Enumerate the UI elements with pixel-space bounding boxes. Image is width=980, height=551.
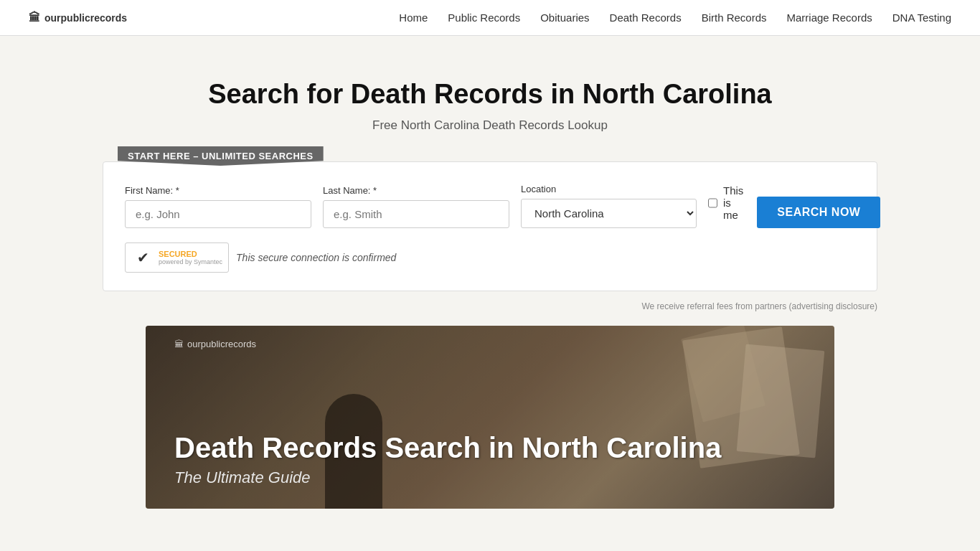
page-subtitle: Free North Carolina Death Records Lookup	[372, 118, 608, 133]
main-nav: Home Public Records Obituaries Death Rec…	[399, 11, 951, 24]
search-button[interactable]: SEARCH NOW	[757, 197, 880, 228]
norton-icon: ✔	[131, 246, 154, 269]
page-title: Search for Death Records in North Caroli…	[208, 79, 772, 110]
hero-content: Death Records Search in North Carolina T…	[174, 432, 721, 487]
site-logo[interactable]: 🏛 ourpublicrecords	[29, 11, 127, 24]
first-name-input[interactable]	[125, 200, 311, 228]
norton-badge: ✔ SECURED powered by Symantec	[125, 242, 229, 273]
logo-text: ourpublicrecords	[44, 12, 127, 24]
start-here-badge: START HERE – UNLIMITED SEARCHES	[118, 146, 324, 166]
hero-title: Death Records Search in North Carolina	[174, 432, 721, 464]
hero-logo-icon: 🏛	[174, 339, 184, 349]
hero-logo: 🏛 ourpublicrecords	[174, 339, 256, 349]
first-name-label: First Name: *	[125, 185, 311, 196]
secure-connection-text: This secure connection is confirmed	[236, 252, 396, 263]
hero-logo-text: ourpublicrecords	[187, 339, 256, 349]
logo-icon: 🏛	[29, 11, 40, 24]
this-is-me-label[interactable]: This is me	[723, 184, 745, 221]
nav-dna-testing[interactable]: DNA Testing	[892, 11, 951, 24]
hero-image: 🏛 ourpublicrecords Death Records Search …	[146, 326, 834, 509]
nav-birth-records[interactable]: Birth Records	[702, 11, 767, 24]
referral-disclosure: We receive referral fees from partners (…	[103, 301, 877, 311]
nav-death-records[interactable]: Death Records	[610, 11, 682, 24]
search-form-row: First Name: * Last Name: * Location All …	[125, 184, 855, 228]
search-container: START HERE – UNLIMITED SEARCHES First Na…	[103, 161, 877, 291]
norton-text: SECURED powered by Symantec	[159, 250, 222, 265]
site-header: 🏛 ourpublicrecords Home Public Records O…	[0, 0, 980, 36]
location-select[interactable]: All States Alabama Alaska Arizona Arkans…	[521, 199, 697, 228]
norton-secured-label: SECURED	[159, 250, 222, 258]
nav-obituaries[interactable]: Obituaries	[540, 11, 589, 24]
norton-powered-label: powered by Symantec	[159, 258, 222, 265]
last-name-group: Last Name: *	[323, 185, 509, 228]
nav-home[interactable]: Home	[399, 11, 428, 24]
this-is-me-group: This is me	[708, 184, 745, 228]
main-content: Search for Death Records in North Caroli…	[0, 36, 980, 530]
nav-public-records[interactable]: Public Records	[448, 11, 520, 24]
hero-subtitle: The Ultimate Guide	[174, 468, 721, 487]
last-name-input[interactable]	[323, 200, 509, 228]
nav-marriage-records[interactable]: Marriage Records	[787, 11, 872, 24]
location-group: Location All States Alabama Alaska Arizo…	[521, 184, 697, 228]
secure-row: ✔ SECURED powered by Symantec This secur…	[125, 242, 855, 273]
this-is-me-checkbox[interactable]	[708, 197, 717, 209]
last-name-label: Last Name: *	[323, 185, 509, 196]
first-name-group: First Name: *	[125, 185, 311, 228]
location-label: Location	[521, 184, 697, 194]
